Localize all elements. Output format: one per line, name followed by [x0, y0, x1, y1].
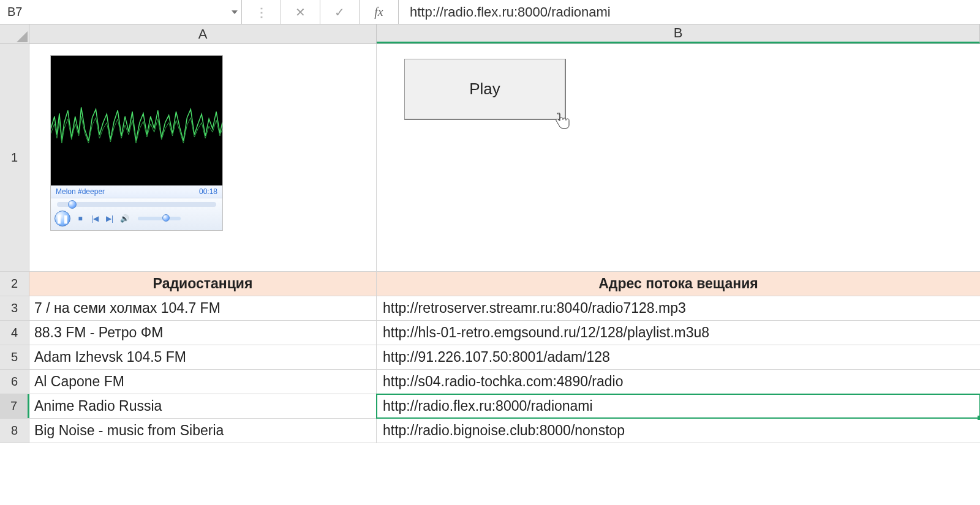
cell-station-name[interactable]: 7 / на семи холмах 104.7 FM [29, 296, 377, 320]
row-header[interactable]: 7 [0, 394, 29, 418]
table-row: 4 88.3 FM - Ретро ФМ http://hls-01-retro… [0, 321, 980, 345]
column-header-B[interactable]: B [377, 24, 980, 43]
cancel-formula-button: ✕ [281, 0, 320, 24]
table-row: 6 Al Capone FM http://s04.radio-tochka.c… [0, 370, 980, 394]
column-header-A[interactable]: A [29, 24, 377, 43]
cell-station-url[interactable]: http://91.226.107.50:8001/adam/128 [377, 345, 980, 369]
row-header[interactable]: 3 [0, 296, 29, 320]
volume-slider[interactable] [138, 217, 181, 220]
table-row: 7 Anime Radio Russia http://radio.flex.r… [0, 394, 980, 419]
prev-button[interactable]: |◀ [90, 214, 100, 223]
cell-station-url[interactable]: http://radio.flex.ru:8000/radionami [377, 394, 980, 418]
table-row: 8 Big Noise - music from Siberia http://… [0, 419, 980, 443]
play-macro-button[interactable]: Play [404, 59, 566, 120]
cell-A2[interactable]: Радиостанция [29, 272, 377, 296]
row-header[interactable]: 4 [0, 321, 29, 345]
play-button-label: Play [469, 80, 500, 99]
row-header[interactable]: 1 [0, 44, 29, 271]
enter-formula-button: ✓ [320, 0, 360, 24]
chevron-down-icon[interactable] [232, 10, 238, 14]
next-button[interactable]: ▶| [105, 214, 115, 223]
fx-label: fx [374, 5, 383, 19]
insert-function-button[interactable]: fx [360, 0, 399, 24]
volume-icon[interactable]: 🔊 [119, 214, 129, 223]
cell-station-url[interactable]: http://s04.radio-tochka.com:4890/radio [377, 370, 980, 394]
formula-value: http://radio.flex.ru:8000/radionami [410, 4, 611, 20]
formula-input[interactable]: http://radio.flex.ru:8000/radionami [399, 0, 980, 24]
row-header[interactable]: 8 [0, 419, 29, 443]
track-elapsed: 00:18 [199, 187, 217, 196]
select-all-corner[interactable] [0, 24, 29, 43]
stop-button[interactable]: ■ [75, 214, 85, 223]
row-header[interactable]: 5 [0, 345, 29, 369]
cell-station-url[interactable]: http://retroserver.streamr.ru:8040/radio… [377, 296, 980, 320]
table-row: 2 Радиостанция Адрес потока вещания [0, 272, 980, 296]
volume-knob[interactable] [162, 214, 170, 222]
player-controls: ❚❚ ■ |◀ ▶| 🔊 [51, 198, 222, 230]
now-playing-bar: Melon #deeper 00:18 [51, 185, 222, 198]
track-title: Melon #deeper [56, 187, 105, 196]
cell-station-name[interactable]: Al Capone FM [29, 370, 377, 394]
cell-station-name[interactable]: Anime Radio Russia [29, 394, 377, 418]
seek-bar[interactable] [57, 202, 216, 207]
column-headers: A B [0, 24, 980, 44]
media-player[interactable]: Melon #deeper 00:18 ❚❚ ■ |◀ ▶| 🔊 [50, 55, 223, 231]
seek-knob[interactable] [68, 200, 77, 209]
name-box[interactable]: B7 [0, 0, 242, 24]
cell-B2[interactable]: Адрес потока вещания [377, 272, 980, 296]
cell-station-name[interactable]: 88.3 FM - Ретро ФМ [29, 321, 377, 345]
formula-more-icon: ⋮ [242, 0, 281, 24]
formula-bar-buttons: ⋮ ✕ ✓ fx [242, 0, 399, 24]
cell-station-url[interactable]: http://hls-01-retro.emgsound.ru/12/128/p… [377, 321, 980, 345]
formula-bar: B7 ⋮ ✕ ✓ fx http://radio.flex.ru:8000/ra… [0, 0, 980, 24]
pause-button[interactable]: ❚❚ [55, 211, 70, 226]
visualizer [51, 56, 222, 185]
row-header[interactable]: 6 [0, 370, 29, 394]
cell-station-name[interactable]: Adam Izhevsk 104.5 FM [29, 345, 377, 369]
name-box-value: B7 [7, 5, 22, 19]
table-row: 5 Adam Izhevsk 104.5 FM http://91.226.10… [0, 345, 980, 370]
cell-station-url[interactable]: http://radio.bignoise.club:8000/nonstop [377, 419, 980, 443]
row-header[interactable]: 2 [0, 272, 29, 296]
cell-station-name[interactable]: Big Noise - music from Siberia [29, 419, 377, 443]
worksheet-grid: 1 2 Радиостанция Адрес потока вещания 3 … [0, 44, 980, 443]
table-row: 3 7 / на семи холмах 104.7 FM http://ret… [0, 296, 980, 321]
header-label: Адрес потока вещания [598, 275, 758, 292]
header-label: Радиостанция [153, 275, 253, 292]
